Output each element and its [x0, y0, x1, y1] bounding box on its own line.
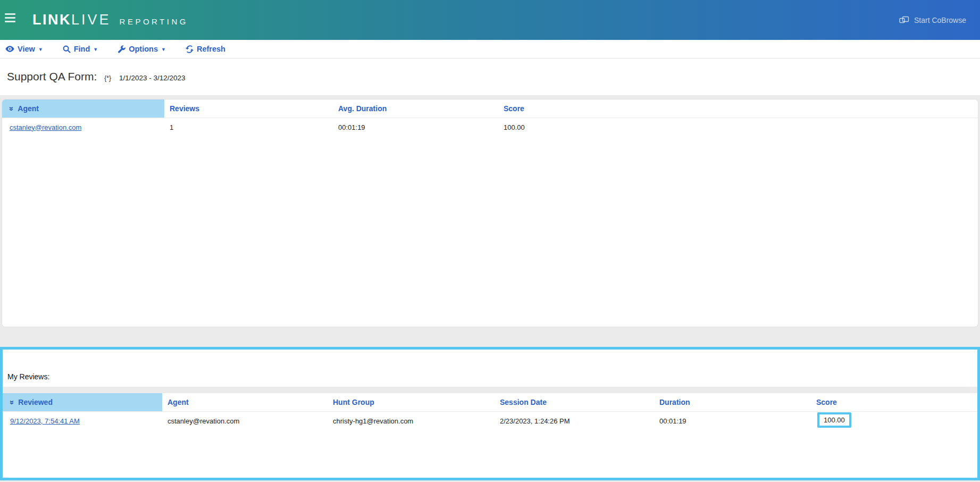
duration-cell: 00:01:19: [654, 412, 811, 430]
options-menu-button[interactable]: Options ▼: [118, 45, 166, 53]
options-label: Options: [129, 45, 158, 53]
hunt-group-cell: christy-hg1@revation.com: [328, 412, 495, 430]
score-cell: 100.00: [811, 412, 977, 430]
logo-brand-light: LIVE: [71, 12, 111, 28]
view-label: View: [18, 45, 35, 53]
start-cobrowse-button[interactable]: Start CoBrowse: [899, 16, 966, 24]
my-reviews-table-header: » Reviewed Agent Hunt Group Session Date…: [3, 393, 977, 412]
logo-product: REPORTING: [120, 17, 188, 26]
app-header: LINKLIVE REPORTING Start CoBrowse: [0, 0, 980, 40]
search-icon: [63, 45, 71, 53]
page-title: Support QA Form:: [7, 70, 97, 83]
view-menu-button[interactable]: View ▼: [5, 45, 43, 53]
toolbar: View ▼ Find ▼ Options ▼ Refresh: [0, 40, 980, 59]
report-title-row: Support QA Form: {*} 1/1/2023 - 3/12/202…: [0, 59, 980, 95]
sort-descending-icon: »: [8, 106, 16, 111]
column-header-reviews[interactable]: Reviews: [164, 99, 333, 118]
column-header-agent[interactable]: Agent: [162, 393, 328, 411]
column-header-score[interactable]: Score: [811, 393, 977, 411]
score-cell: 100.00: [498, 118, 978, 136]
reviews-cell: 1: [164, 118, 333, 136]
agent-cell: cstanley@revation.com: [2, 118, 164, 136]
agent-link[interactable]: cstanley@revation.com: [10, 123, 81, 131]
app-logo: LINKLIVE REPORTING: [32, 12, 188, 28]
column-header-hunt-group[interactable]: Hunt Group: [328, 393, 495, 411]
filter-token: {*}: [104, 74, 111, 82]
agent-cell: cstanley@revation.com: [162, 412, 328, 430]
reviewed-link[interactable]: 9/12/2023, 7:54:41 AM: [10, 417, 80, 425]
wrench-icon: [118, 45, 125, 53]
table-row[interactable]: 9/12/2023, 7:54:41 AM cstanley@revation.…: [3, 412, 977, 430]
refresh-button[interactable]: Refresh: [186, 45, 225, 53]
chevron-down-icon: ▼: [161, 47, 166, 52]
sort-descending-icon: »: [9, 400, 16, 404]
column-header-reviewed[interactable]: » Reviewed: [3, 393, 162, 411]
page-body: » Agent Reviews Avg. Duration Score csta…: [0, 95, 980, 482]
column-header-session-date[interactable]: Session Date: [495, 393, 654, 411]
column-header-score[interactable]: Score: [498, 99, 978, 118]
chevron-down-icon: ▼: [93, 47, 98, 52]
find-menu-button[interactable]: Find ▼: [63, 45, 98, 53]
session-date-cell: 2/23/2023, 1:24:26 PM: [495, 412, 654, 430]
avg-duration-cell: 00:01:19: [333, 118, 498, 136]
column-header-avg-duration[interactable]: Avg. Duration: [333, 99, 498, 118]
table-row[interactable]: cstanley@revation.com 1 00:01:19 100.00: [2, 118, 978, 136]
cobrowse-screens-icon: [899, 16, 909, 24]
hamburger-menu-icon[interactable]: [5, 13, 16, 22]
my-reviews-label: My Reviews:: [7, 372, 977, 381]
my-reviews-panel: My Reviews: » Reviewed Agent Hunt Group …: [0, 347, 980, 480]
selected-score-value[interactable]: 100.00: [817, 412, 851, 428]
refresh-label: Refresh: [197, 45, 225, 53]
column-header-duration[interactable]: Duration: [654, 393, 811, 411]
chevron-down-icon: ▼: [38, 47, 43, 52]
refresh-icon: [186, 45, 194, 53]
date-range: 1/1/2023 - 3/12/2023: [119, 74, 186, 82]
find-label: Find: [74, 45, 90, 53]
cobrowse-label: Start CoBrowse: [914, 16, 966, 24]
reviewed-cell: 9/12/2023, 7:54:41 AM: [3, 412, 162, 430]
agents-table: » Agent Reviews Avg. Duration Score csta…: [2, 99, 978, 327]
eye-icon: [5, 46, 14, 52]
column-header-agent[interactable]: » Agent: [2, 99, 164, 118]
panel-divider: [3, 387, 977, 393]
logo-brand-bold: LINK: [32, 12, 71, 28]
agents-table-header: » Agent Reviews Avg. Duration Score: [2, 99, 978, 118]
